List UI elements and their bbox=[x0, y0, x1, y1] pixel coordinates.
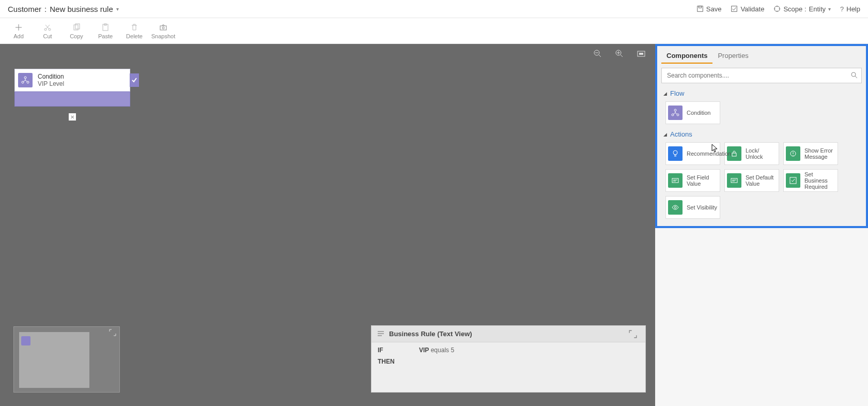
svg-point-19 bbox=[851, 72, 856, 77]
minimap-viewport[interactable] bbox=[19, 332, 89, 388]
svg-rect-0 bbox=[698, 6, 703, 12]
scope-value: Entity bbox=[809, 5, 826, 13]
visibility-icon bbox=[668, 200, 683, 215]
component-set-field-value[interactable]: Set Field Value bbox=[665, 169, 720, 192]
minimap-node-icon bbox=[21, 336, 30, 345]
collapse-icon: ◢ bbox=[663, 91, 667, 96]
help-label: Help bbox=[846, 5, 860, 13]
rule-title[interactable]: Customer : New business rule ▾ bbox=[8, 5, 119, 13]
condition-node-icon bbox=[18, 73, 33, 87]
components-panel-highlighted: Components Properties ◢ Flow bbox=[655, 44, 868, 228]
delete-label: Delete bbox=[126, 33, 143, 39]
title-bar: Customer : New business rule ▾ Save Vali… bbox=[0, 0, 868, 18]
section-flow-header[interactable]: ◢ Flow bbox=[663, 89, 862, 97]
scissors-icon bbox=[43, 23, 52, 32]
text-view-condition: VIP equals 5 bbox=[419, 347, 454, 354]
help-icon: ? bbox=[840, 5, 844, 13]
save-label: Save bbox=[706, 5, 722, 13]
title-sep: : bbox=[44, 5, 47, 13]
error-icon bbox=[786, 146, 800, 161]
search-wrap bbox=[661, 68, 862, 83]
validate-button[interactable]: Validate bbox=[731, 5, 764, 13]
svg-point-20 bbox=[674, 109, 676, 111]
text-view-header[interactable]: Business Rule (Text View) bbox=[371, 326, 645, 342]
panel-tabs: Components Properties bbox=[661, 49, 862, 64]
text-view-then: THEN bbox=[378, 358, 398, 365]
component-show-error[interactable]: Show Error Message bbox=[783, 142, 838, 165]
text-view-expand-icon[interactable] bbox=[629, 330, 637, 338]
toolbar: Add Cut Copy Paste Delete Snapshot bbox=[0, 18, 868, 44]
minimap-expand-icon[interactable] bbox=[109, 329, 116, 336]
search-icon[interactable] bbox=[850, 71, 858, 80]
copy-icon bbox=[72, 23, 81, 32]
component-show-error-label: Show Error Message bbox=[804, 147, 835, 160]
zoom-out-icon[interactable] bbox=[593, 49, 602, 58]
component-recommendation-label: Recommendation bbox=[687, 151, 731, 157]
condition-collapse-button[interactable]: ✕ bbox=[69, 113, 76, 121]
svg-point-16 bbox=[24, 77, 26, 79]
condition-node-text: Condition VIP Level bbox=[38, 73, 64, 87]
condition-node-type: Condition bbox=[38, 73, 64, 80]
save-button[interactable]: Save bbox=[696, 5, 722, 13]
snapshot-label: Snapshot bbox=[151, 33, 175, 39]
svg-rect-2 bbox=[732, 6, 737, 12]
add-label: Add bbox=[13, 33, 24, 39]
text-view-body: IF VIP equals 5 THEN bbox=[371, 342, 645, 392]
flow-components: Condition bbox=[661, 101, 862, 124]
text-view-if: IF bbox=[378, 347, 398, 354]
add-button[interactable]: Add bbox=[4, 20, 33, 42]
search-components-input[interactable] bbox=[661, 68, 862, 83]
scope-label: Scope : bbox=[783, 5, 806, 13]
text-view-icon bbox=[377, 330, 385, 338]
paste-icon bbox=[101, 23, 110, 32]
fit-to-screen-icon[interactable] bbox=[637, 49, 646, 58]
condition-node-drop-area[interactable] bbox=[14, 92, 130, 107]
component-condition[interactable]: Condition bbox=[665, 101, 720, 124]
svg-rect-10 bbox=[160, 26, 166, 30]
copy-label: Copy bbox=[70, 33, 83, 39]
section-actions-header[interactable]: ◢ Actions bbox=[663, 130, 862, 138]
component-set-default-value[interactable]: Set Default Value bbox=[724, 169, 779, 192]
snapshot-button[interactable]: Snapshot bbox=[149, 20, 178, 42]
chevron-down-icon[interactable]: ▾ bbox=[116, 6, 119, 12]
condition-node[interactable]: Condition VIP Level ✕ bbox=[14, 69, 130, 107]
tab-components-label: Components bbox=[667, 52, 707, 59]
cut-button[interactable]: Cut bbox=[33, 20, 62, 42]
svg-rect-1 bbox=[699, 6, 701, 8]
component-set-visibility-label: Set Visibility bbox=[687, 204, 717, 210]
default-value-icon bbox=[727, 173, 741, 188]
component-lock-unlock[interactable]: Lock/ Unlock bbox=[724, 142, 779, 165]
tab-properties[interactable]: Properties bbox=[712, 50, 753, 64]
camera-icon bbox=[159, 23, 167, 32]
component-set-visibility[interactable]: Set Visibility bbox=[665, 196, 720, 219]
paste-button[interactable]: Paste bbox=[91, 20, 120, 42]
svg-rect-26 bbox=[672, 178, 678, 183]
designer-canvas[interactable]: Condition VIP Level ✕ Business Rule (Tex… bbox=[0, 44, 655, 406]
canvas-controls bbox=[593, 49, 646, 58]
section-flow-label: Flow bbox=[670, 89, 684, 97]
delete-button[interactable]: Delete bbox=[120, 20, 149, 42]
svg-point-23 bbox=[673, 151, 677, 155]
component-lock-unlock-label: Lock/ Unlock bbox=[746, 147, 763, 160]
copy-button[interactable]: Copy bbox=[62, 20, 91, 42]
section-actions-label: Actions bbox=[670, 130, 692, 138]
condition-node-field: VIP Level bbox=[38, 80, 64, 87]
zoom-in-icon[interactable] bbox=[615, 49, 624, 58]
workspace: Condition VIP Level ✕ Business Rule (Tex… bbox=[0, 44, 868, 406]
component-set-field-value-label: Set Field Value bbox=[687, 174, 718, 187]
scope-selector[interactable]: Scope : Entity ▾ bbox=[773, 5, 831, 13]
text-view-panel: Business Rule (Text View) IF VIP equals … bbox=[371, 325, 646, 393]
scope-icon bbox=[773, 5, 781, 12]
entity-name: Customer bbox=[8, 5, 41, 13]
tab-components[interactable]: Components bbox=[661, 50, 712, 64]
plus-icon bbox=[14, 23, 23, 32]
condition-valid-badge bbox=[130, 73, 139, 87]
save-icon bbox=[696, 5, 704, 12]
help-button[interactable]: ? Help bbox=[840, 5, 860, 13]
component-set-business-required[interactable]: Set Business Required bbox=[783, 169, 838, 192]
condition-icon bbox=[668, 106, 683, 120]
chevron-down-icon: ▾ bbox=[828, 6, 831, 12]
minimap[interactable] bbox=[13, 326, 120, 393]
condition-node-header[interactable]: Condition VIP Level bbox=[14, 69, 130, 92]
component-recommendation[interactable]: Recommendation bbox=[665, 142, 720, 165]
